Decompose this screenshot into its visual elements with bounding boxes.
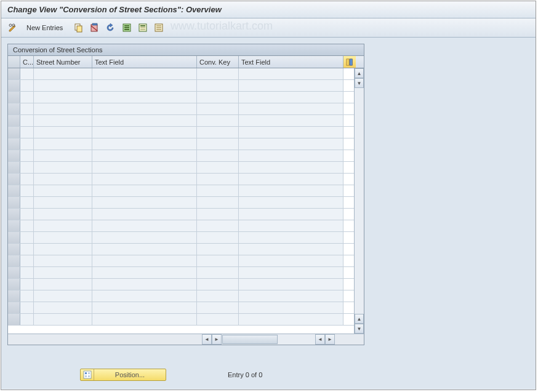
table-cell[interactable]: [197, 174, 239, 185]
table-cell[interactable]: [34, 174, 92, 185]
table-cell[interactable]: [92, 68, 197, 79]
table-cell[interactable]: [8, 115, 20, 126]
table-cell[interactable]: [34, 127, 92, 138]
table-cell[interactable]: [34, 255, 92, 266]
delete-button[interactable]: [88, 21, 102, 34]
table-cell[interactable]: [20, 127, 34, 138]
table-cell[interactable]: [34, 314, 92, 325]
table-cell[interactable]: [34, 232, 92, 243]
table-cell[interactable]: [92, 209, 197, 220]
table-cell[interactable]: [92, 115, 197, 126]
table-cell[interactable]: [34, 197, 92, 208]
table-cell[interactable]: [239, 314, 343, 325]
table-cell[interactable]: [8, 267, 20, 278]
table-cell[interactable]: [8, 255, 20, 266]
table-cell[interactable]: [92, 185, 197, 196]
scroll-right-button[interactable]: ◄: [315, 334, 325, 345]
table-cell[interactable]: [20, 150, 34, 161]
table-row[interactable]: [8, 232, 354, 244]
table-cell[interactable]: [239, 150, 343, 161]
table-row[interactable]: [8, 185, 354, 197]
table-cell[interactable]: [239, 232, 343, 243]
table-cell[interactable]: [20, 185, 34, 196]
table-cell[interactable]: [239, 290, 343, 302]
table-cell[interactable]: [239, 220, 343, 231]
table-cell[interactable]: [8, 103, 20, 114]
table-cell[interactable]: [20, 197, 34, 208]
table-row[interactable]: [8, 220, 354, 232]
table-cell[interactable]: [92, 80, 197, 91]
table-row[interactable]: [8, 244, 354, 255]
table-row[interactable]: [8, 162, 354, 174]
column-header-selector[interactable]: [8, 56, 20, 68]
vertical-scroll-track[interactable]: [355, 88, 364, 314]
column-header-country[interactable]: C...: [20, 56, 34, 68]
table-row[interactable]: [8, 138, 354, 150]
undo-change-button[interactable]: [104, 21, 118, 34]
table-cell[interactable]: [20, 255, 34, 266]
table-row[interactable]: [8, 174, 354, 185]
table-cell[interactable]: [197, 150, 239, 161]
table-cell[interactable]: [8, 220, 20, 231]
table-row[interactable]: [8, 150, 354, 162]
table-cell[interactable]: [8, 209, 20, 220]
table-cell[interactable]: [34, 220, 92, 231]
table-cell[interactable]: [20, 279, 34, 290]
table-cell[interactable]: [239, 255, 343, 266]
table-cell[interactable]: [92, 92, 197, 103]
horizontal-scroll-track[interactable]: [278, 334, 315, 345]
table-cell[interactable]: [34, 244, 92, 255]
table-cell[interactable]: [239, 185, 343, 196]
table-cell[interactable]: [20, 174, 34, 185]
table-cell[interactable]: [92, 244, 197, 255]
table-cell[interactable]: [197, 115, 239, 126]
table-cell[interactable]: [197, 197, 239, 208]
table-cell[interactable]: [34, 185, 92, 196]
table-cell[interactable]: [8, 244, 20, 255]
table-cell[interactable]: [20, 103, 34, 114]
table-cell[interactable]: [8, 174, 20, 185]
table-cell[interactable]: [92, 279, 197, 290]
table-cell[interactable]: [92, 302, 197, 313]
table-cell[interactable]: [20, 232, 34, 243]
table-cell[interactable]: [34, 80, 92, 91]
table-cell[interactable]: [34, 138, 92, 150]
toggle-display-change-button[interactable]: [6, 21, 20, 34]
table-cell[interactable]: [239, 162, 343, 173]
table-cell[interactable]: [8, 279, 20, 290]
table-cell[interactable]: [197, 103, 239, 114]
copy-as-button[interactable]: [72, 21, 86, 34]
select-block-button[interactable]: [136, 21, 150, 34]
select-all-button[interactable]: [120, 21, 134, 34]
table-row[interactable]: [8, 115, 354, 127]
table-cell[interactable]: [239, 302, 343, 313]
column-configuration-button[interactable]: [343, 56, 356, 68]
table-cell[interactable]: [239, 127, 343, 138]
table-cell[interactable]: [8, 290, 20, 302]
table-row[interactable]: [8, 267, 354, 279]
table-row[interactable]: [8, 68, 354, 80]
table-cell[interactable]: [239, 244, 343, 255]
table-cell[interactable]: [197, 162, 239, 173]
table-cell[interactable]: [239, 267, 343, 278]
table-cell[interactable]: [92, 174, 197, 185]
table-row[interactable]: [8, 302, 354, 314]
table-cell[interactable]: [92, 138, 197, 150]
table-cell[interactable]: [20, 267, 34, 278]
table-cell[interactable]: [8, 197, 20, 208]
column-header-street-number[interactable]: Street Number: [34, 56, 92, 68]
table-cell[interactable]: [92, 314, 197, 325]
table-cell[interactable]: [34, 68, 92, 79]
table-cell[interactable]: [92, 103, 197, 114]
table-row[interactable]: [8, 255, 354, 267]
table-cell[interactable]: [239, 209, 343, 220]
table-cell[interactable]: [92, 255, 197, 266]
table-cell[interactable]: [92, 150, 197, 161]
table-row[interactable]: [8, 314, 354, 326]
table-cell[interactable]: [197, 290, 239, 302]
table-cell[interactable]: [239, 279, 343, 290]
table-cell[interactable]: [92, 197, 197, 208]
table-cell[interactable]: [197, 127, 239, 138]
column-header-text-field-2[interactable]: Text Field: [239, 56, 343, 68]
table-cell[interactable]: [8, 232, 20, 243]
